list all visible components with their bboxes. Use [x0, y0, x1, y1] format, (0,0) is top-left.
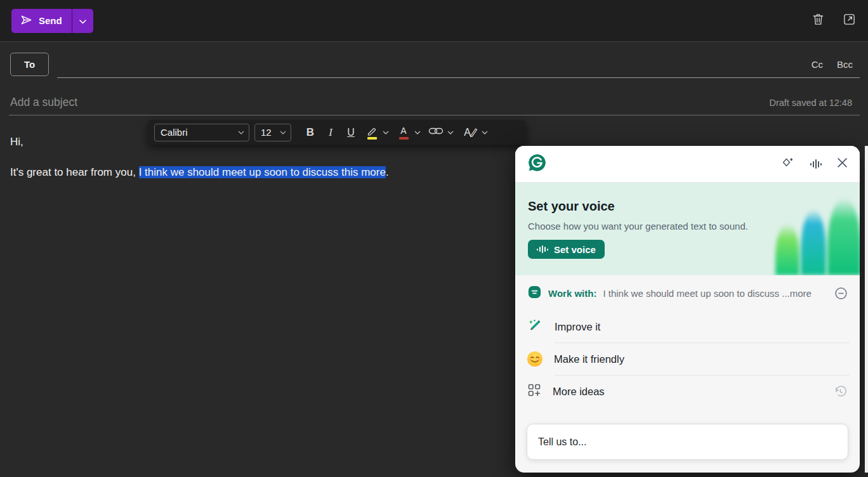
ideas-grid-icon	[527, 383, 541, 400]
panel-edge-strip	[865, 146, 868, 473]
open-in-new-window-button[interactable]	[842, 12, 857, 29]
grammarly-logo-icon	[527, 153, 547, 175]
format-options-button[interactable]: A	[461, 123, 492, 142]
chevron-down-icon[interactable]	[411, 123, 424, 142]
sparkle-icon	[781, 156, 795, 173]
body-text-after: .	[386, 166, 389, 178]
menu-item-make-it-friendly[interactable]: Make it friendly	[515, 343, 860, 375]
subject-field-underline	[9, 115, 860, 115]
toolbar-right-actions	[811, 12, 857, 29]
menu-item-more-ideas[interactable]: More ideas	[515, 376, 860, 407]
chevron-down-icon	[79, 15, 86, 27]
font-family-value: Calibri	[161, 127, 188, 138]
font-color-button[interactable]: A	[397, 123, 424, 142]
send-button[interactable]: Send	[11, 9, 72, 33]
underline-button[interactable]: U	[341, 123, 361, 142]
chevron-down-icon[interactable]	[478, 123, 492, 142]
mail-compose-window: Send	[0, 0, 868, 477]
grammarly-prompt-input[interactable]: Tell us to...	[527, 424, 848, 460]
cc-bcc-links: Cc Bcc	[812, 59, 853, 70]
collapse-context-button[interactable]	[834, 287, 848, 300]
history-icon[interactable]	[833, 384, 848, 399]
grammarly-panel: Set your voice Choose how you want your …	[515, 146, 860, 473]
draft-saved-status: Draft saved at 12:48	[769, 98, 852, 108]
body-text-selected: I think we should meet up soon to discus…	[139, 166, 386, 178]
font-color-icon: A	[397, 126, 411, 140]
popout-icon	[842, 12, 857, 29]
text-format-toolbar: Calibri 12 B I U A	[148, 120, 526, 145]
discard-draft-button[interactable]	[811, 12, 825, 29]
send-icon	[20, 13, 33, 29]
suggestions-button[interactable]	[781, 156, 795, 173]
italic-button[interactable]: I	[320, 123, 341, 142]
bold-button[interactable]: B	[300, 123, 320, 142]
font-size-select[interactable]: 12	[254, 124, 291, 141]
styles-icon: A	[461, 126, 478, 140]
send-options-dropdown[interactable]	[72, 9, 93, 33]
to-button-label: To	[24, 59, 35, 70]
subject-input[interactable]: Add a subject	[10, 96, 77, 109]
highlighter-icon	[365, 126, 379, 140]
body-text-before: It's great to hear from you,	[10, 166, 139, 178]
menu-item-label: Make it friendly	[554, 353, 624, 365]
voice-settings-button[interactable]	[810, 159, 822, 169]
grammarly-header	[515, 146, 860, 183]
message-body-line[interactable]: It's great to hear from you, I think we …	[10, 166, 389, 179]
close-panel-button[interactable]	[837, 157, 848, 171]
to-button[interactable]: To	[10, 53, 49, 76]
work-with-row: Work with: I think we should meet up soo…	[515, 275, 860, 311]
trash-icon	[811, 12, 825, 29]
work-with-text[interactable]: I think we should meet up soon to discus…	[603, 288, 828, 299]
highlight-color-button[interactable]	[365, 123, 393, 142]
smiley-face-icon	[527, 351, 542, 367]
bcc-link[interactable]: Bcc	[837, 59, 853, 70]
menu-item-label: More ideas	[553, 386, 605, 398]
chevron-down-icon[interactable]	[444, 123, 457, 142]
selected-text-icon	[527, 285, 542, 301]
banner-gradient-decoration	[801, 209, 826, 275]
font-size-value: 12	[261, 127, 272, 138]
grammarly-header-actions	[781, 156, 848, 173]
send-split-button: Send	[11, 9, 93, 33]
compose-toolbar: Send	[0, 0, 868, 42]
to-field-underline[interactable]	[57, 77, 860, 78]
magic-pencil-icon	[527, 318, 543, 336]
set-voice-button-label: Set voice	[554, 244, 596, 255]
work-with-label: Work with:	[548, 288, 596, 299]
send-button-label: Send	[39, 15, 62, 26]
menu-item-label: Improve it	[555, 321, 600, 333]
menu-item-improve-it[interactable]: Improve it	[515, 311, 860, 343]
set-voice-banner: Set your voice Choose how you want your …	[515, 183, 860, 275]
highlight-swatch	[367, 137, 377, 140]
chevron-down-icon[interactable]	[379, 123, 393, 142]
cc-link[interactable]: Cc	[812, 59, 823, 70]
set-voice-button[interactable]: Set voice	[528, 240, 605, 259]
message-body-greeting[interactable]: Hi,	[10, 136, 23, 148]
waveform-icon	[810, 159, 822, 169]
chevron-down-icon	[280, 131, 286, 134]
chevron-down-icon	[238, 131, 244, 134]
prompt-placeholder: Tell us to...	[538, 436, 586, 448]
insert-link-button[interactable]	[428, 123, 457, 142]
waveform-icon	[537, 245, 548, 253]
link-icon	[428, 126, 444, 139]
font-family-select[interactable]: Calibri	[154, 124, 249, 141]
font-color-swatch	[399, 137, 409, 140]
close-icon	[837, 157, 848, 171]
